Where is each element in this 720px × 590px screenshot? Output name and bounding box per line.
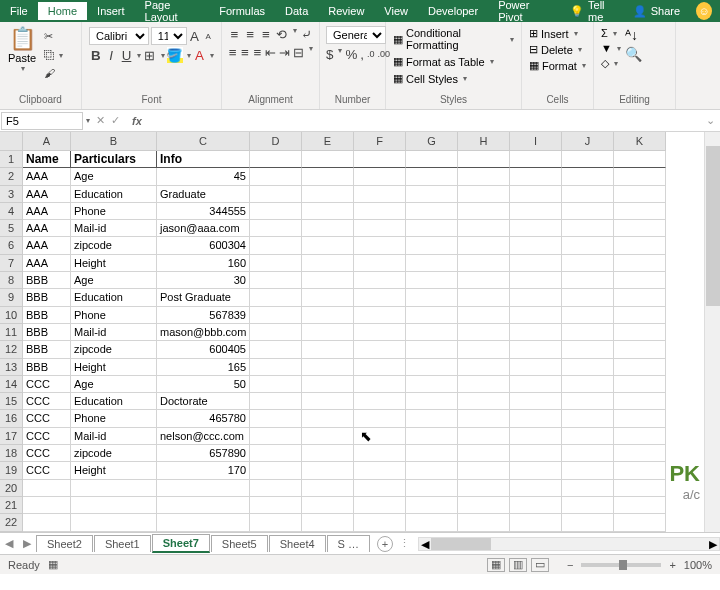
- cell[interactable]: [510, 410, 562, 427]
- cell[interactable]: Info: [157, 151, 250, 168]
- row-header-2[interactable]: 2: [0, 168, 23, 185]
- cell[interactable]: [562, 410, 614, 427]
- cells-area[interactable]: NameParticularsInfoAAAAge45AAAEducationG…: [23, 151, 666, 532]
- cell[interactable]: AAA: [23, 220, 71, 237]
- cell[interactable]: [458, 514, 510, 531]
- cell[interactable]: [510, 237, 562, 254]
- cell[interactable]: Age: [71, 376, 157, 393]
- cell[interactable]: [354, 255, 406, 272]
- cell[interactable]: [71, 497, 157, 514]
- cell[interactable]: [510, 307, 562, 324]
- cell[interactable]: [510, 480, 562, 497]
- cell[interactable]: [614, 203, 666, 220]
- cell[interactable]: [562, 359, 614, 376]
- paste-button[interactable]: 📋 Paste▾: [4, 24, 40, 81]
- col-header-I[interactable]: I: [510, 132, 562, 151]
- row-header-1[interactable]: 1: [0, 151, 23, 168]
- cell[interactable]: nelson@ccc.com: [157, 428, 250, 445]
- cell[interactable]: [406, 376, 458, 393]
- cell[interactable]: [614, 445, 666, 462]
- cell[interactable]: [250, 186, 302, 203]
- sheet-nav-prev-icon[interactable]: ◀: [0, 537, 18, 550]
- col-header-H[interactable]: H: [458, 132, 510, 151]
- cell[interactable]: [510, 497, 562, 514]
- zoom-slider[interactable]: [581, 563, 661, 567]
- row-header-8[interactable]: 8: [0, 272, 23, 289]
- scroll-thumb[interactable]: [706, 146, 720, 306]
- cell[interactable]: [458, 341, 510, 358]
- cell[interactable]: CCC: [23, 445, 71, 462]
- page-layout-view-button[interactable]: ▥: [509, 558, 527, 572]
- cell[interactable]: 657890: [157, 445, 250, 462]
- row-header-10[interactable]: 10: [0, 307, 23, 324]
- cell[interactable]: [302, 410, 354, 427]
- cell[interactable]: [510, 220, 562, 237]
- tab-formulas[interactable]: Formulas: [209, 2, 275, 20]
- cell[interactable]: [406, 237, 458, 254]
- fx-icon[interactable]: fx: [126, 115, 148, 127]
- cell[interactable]: 600405: [157, 341, 250, 358]
- cell[interactable]: mason@bbb.com: [157, 324, 250, 341]
- cell[interactable]: [614, 324, 666, 341]
- font-size-select[interactable]: 11: [151, 27, 187, 45]
- cell[interactable]: [302, 462, 354, 479]
- cell[interactable]: [614, 168, 666, 185]
- share-button[interactable]: 👤Share: [625, 2, 688, 21]
- cell[interactable]: Education: [71, 186, 157, 203]
- cell[interactable]: Education: [71, 289, 157, 306]
- cell[interactable]: 165: [157, 359, 250, 376]
- cell[interactable]: 600304: [157, 237, 250, 254]
- cell[interactable]: [458, 480, 510, 497]
- cell[interactable]: [458, 272, 510, 289]
- cell[interactable]: [250, 428, 302, 445]
- cell[interactable]: [510, 324, 562, 341]
- row-header-18[interactable]: 18: [0, 445, 23, 462]
- orientation-button[interactable]: ⟲: [275, 26, 288, 42]
- cell[interactable]: [614, 220, 666, 237]
- cell[interactable]: [250, 480, 302, 497]
- cell[interactable]: [614, 462, 666, 479]
- cell[interactable]: [302, 376, 354, 393]
- cell[interactable]: [458, 255, 510, 272]
- cell[interactable]: [250, 462, 302, 479]
- cell[interactable]: [302, 428, 354, 445]
- sort-filter-button[interactable]: ᴬ↓: [624, 26, 643, 44]
- cell[interactable]: [510, 289, 562, 306]
- row-header-7[interactable]: 7: [0, 255, 23, 272]
- cell[interactable]: CCC: [23, 393, 71, 410]
- cell[interactable]: [562, 480, 614, 497]
- cell[interactable]: [458, 203, 510, 220]
- cell[interactable]: [406, 203, 458, 220]
- cell[interactable]: [562, 376, 614, 393]
- cell[interactable]: [406, 445, 458, 462]
- cell[interactable]: Phone: [71, 410, 157, 427]
- cell[interactable]: [458, 428, 510, 445]
- row-header-13[interactable]: 13: [0, 359, 23, 376]
- tab-insert[interactable]: Insert: [87, 2, 135, 20]
- row-header-9[interactable]: 9: [0, 289, 23, 306]
- cell[interactable]: 50: [157, 376, 250, 393]
- cell[interactable]: [157, 497, 250, 514]
- cell[interactable]: [510, 255, 562, 272]
- sheet-tab-sheet7[interactable]: Sheet7: [152, 534, 210, 553]
- cell[interactable]: [250, 151, 302, 168]
- cell[interactable]: [71, 480, 157, 497]
- tell-me[interactable]: 💡Tell me: [570, 0, 617, 23]
- cell[interactable]: [458, 410, 510, 427]
- format-painter-button[interactable]: 🖌: [40, 65, 67, 81]
- cell[interactable]: [71, 514, 157, 531]
- name-box[interactable]: [1, 112, 83, 130]
- decrease-font-button[interactable]: A: [202, 28, 214, 44]
- cell[interactable]: 567839: [157, 307, 250, 324]
- row-header-20[interactable]: 20: [0, 480, 23, 497]
- accounting-button[interactable]: $: [326, 46, 333, 62]
- cell[interactable]: [562, 151, 614, 168]
- tab-home[interactable]: Home: [38, 2, 87, 20]
- expand-formula-bar-icon[interactable]: ⌄: [700, 114, 720, 127]
- cell[interactable]: Age: [71, 168, 157, 185]
- col-header-C[interactable]: C: [157, 132, 250, 151]
- cell[interactable]: [562, 341, 614, 358]
- col-header-G[interactable]: G: [406, 132, 458, 151]
- cell[interactable]: [354, 359, 406, 376]
- cell[interactable]: CCC: [23, 410, 71, 427]
